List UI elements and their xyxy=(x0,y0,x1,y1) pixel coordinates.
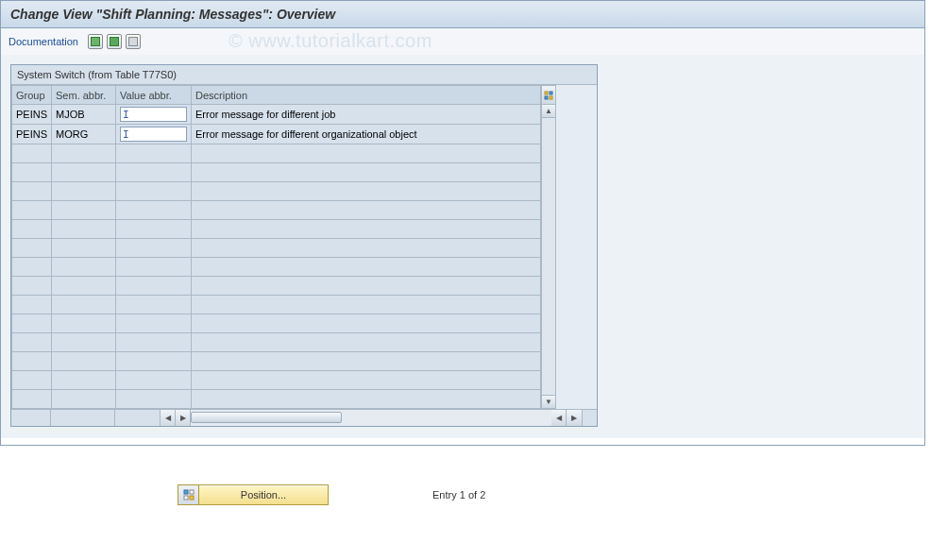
svg-rect-6 xyxy=(184,496,188,500)
horizontal-scrollbar[interactable]: ◀ ▶ ◀ ▶ xyxy=(11,409,597,426)
hscroll-spacer xyxy=(11,410,51,426)
scroll-up-icon[interactable]: ▲ xyxy=(542,105,555,118)
col-sem-header[interactable]: Sem. abbr. xyxy=(52,86,116,105)
scroll-left-step-icon[interactable]: ▶ xyxy=(176,410,191,426)
table-row[interactable]: PEINS MORG Error message for different o… xyxy=(12,125,541,144)
cell-desc: Error message for different job xyxy=(192,105,541,125)
table-row-empty xyxy=(12,390,541,409)
svg-rect-0 xyxy=(545,92,548,94)
hscroll-spacer xyxy=(115,410,161,426)
value-input[interactable] xyxy=(120,127,187,142)
entry-count: Entry 1 of 2 xyxy=(432,489,485,501)
content-area: System Switch (from Table T77S0) Group S… xyxy=(1,55,924,438)
table-row-empty xyxy=(12,352,541,371)
toolbar-icon-2[interactable] xyxy=(107,34,122,49)
hscroll-corner xyxy=(582,410,597,426)
position-icon xyxy=(178,485,199,504)
table-row-empty xyxy=(12,333,541,352)
cell-sem: MORG xyxy=(52,125,116,144)
table-row-empty xyxy=(12,277,541,296)
cell-desc: Error message for different organization… xyxy=(192,125,541,144)
position-button[interactable]: Position... xyxy=(178,484,329,505)
toolbar: Documentation xyxy=(1,28,924,55)
scroll-track[interactable] xyxy=(542,118,555,395)
table-settings-icon[interactable] xyxy=(542,86,555,105)
svg-rect-4 xyxy=(184,490,188,494)
data-table-frame: System Switch (from Table T77S0) Group S… xyxy=(10,64,598,427)
table-row-empty xyxy=(12,182,541,201)
scroll-right-step-icon[interactable]: ◀ xyxy=(551,410,567,426)
col-desc-header[interactable]: Description xyxy=(192,86,541,105)
table-row[interactable]: PEINS MJOB Error message for different j… xyxy=(12,105,541,125)
table-row-empty xyxy=(12,371,541,390)
value-input[interactable] xyxy=(120,107,187,122)
svg-rect-7 xyxy=(190,496,194,500)
table-body: PEINS MJOB Error message for different j… xyxy=(12,105,541,409)
main-window: Change View "Shift Planning: Messages": … xyxy=(0,0,925,446)
scroll-left-icon[interactable]: ◀ xyxy=(161,410,176,426)
cell-val xyxy=(116,105,192,125)
table-row-empty xyxy=(12,201,541,220)
svg-rect-5 xyxy=(190,490,194,494)
cell-group: PEINS xyxy=(12,105,52,125)
svg-rect-3 xyxy=(550,96,552,99)
hscroll-spacer xyxy=(51,410,115,426)
footer: Position... Entry 1 of 2 xyxy=(0,484,931,505)
scroll-down-icon[interactable]: ▼ xyxy=(542,395,555,408)
table-row-empty xyxy=(12,163,541,182)
data-table: Group Sem. abbr. Value abbr. Description… xyxy=(11,85,541,409)
cell-group: PEINS xyxy=(12,125,52,144)
table-row-empty xyxy=(12,296,541,314)
table-row-empty xyxy=(12,144,541,163)
table-row-empty xyxy=(12,258,541,277)
hscroll-thumb[interactable] xyxy=(191,412,342,423)
col-val-header[interactable]: Value abbr. xyxy=(116,86,192,105)
toolbar-icon-1[interactable] xyxy=(88,34,103,49)
table-caption: System Switch (from Table T77S0) xyxy=(11,65,597,85)
table-row-empty xyxy=(12,314,541,333)
scroll-right-icon[interactable]: ▶ xyxy=(567,410,582,426)
page-title: Change View "Shift Planning: Messages": … xyxy=(1,1,924,28)
cell-val xyxy=(116,125,192,144)
cell-sem: MJOB xyxy=(52,105,116,125)
vertical-scrollbar[interactable]: ▲ ▼ xyxy=(541,85,556,409)
table-row-empty xyxy=(12,239,541,258)
table-row-empty xyxy=(12,220,541,239)
svg-rect-2 xyxy=(545,96,548,99)
position-label: Position... xyxy=(199,489,328,501)
hscroll-track[interactable] xyxy=(191,410,551,426)
col-group-header[interactable]: Group xyxy=(12,86,52,105)
svg-rect-1 xyxy=(550,92,552,94)
toolbar-icon-3[interactable] xyxy=(126,34,141,49)
documentation-link[interactable]: Documentation xyxy=(8,36,78,47)
